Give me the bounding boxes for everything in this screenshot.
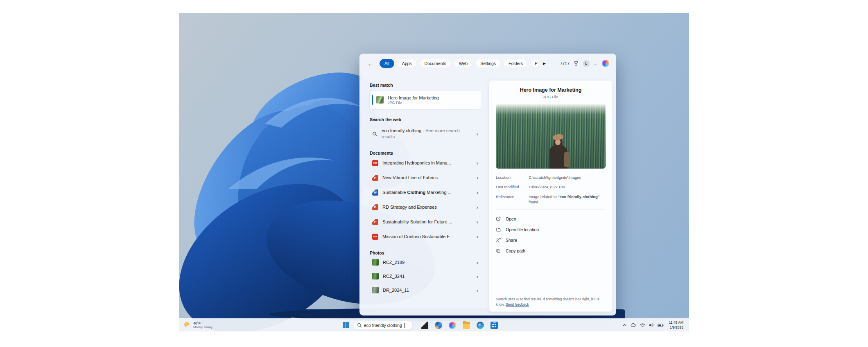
clock[interactable]: 11:49 AM 1/9/2025 <box>669 320 683 329</box>
back-button[interactable]: ← <box>367 61 373 67</box>
tabs-scroll-right-icon[interactable]: ▶ <box>543 61 546 65</box>
pinned-apps <box>421 322 498 329</box>
start-button[interactable] <box>343 322 349 328</box>
action-label: Copy path <box>506 248 525 253</box>
tab-all[interactable]: All <box>380 59 394 68</box>
pdf-file-icon <box>372 234 378 240</box>
powerpoint-file-icon <box>372 219 378 225</box>
chevron-right-icon[interactable]: › <box>477 259 478 266</box>
search-web-heading: Search the web <box>370 117 481 122</box>
photo-result[interactable]: RCZ_3241 › <box>370 269 481 283</box>
wifi-icon[interactable] <box>640 323 645 327</box>
tab-apps[interactable]: Apps <box>397 59 417 68</box>
search-filter-tabbar: ← All Apps Documents Web Settings Folder… <box>360 54 616 73</box>
document-result[interactable]: New Vibrant Line of Fabrics › <box>370 170 481 185</box>
tab-settings[interactable]: Settings <box>475 59 501 68</box>
copilot-icon[interactable] <box>602 60 609 67</box>
clock-time: 11:49 AM <box>669 320 683 325</box>
web-search-result[interactable]: eco friendly clothing - See more search … <box>370 124 481 143</box>
photo-thumbnail <box>372 273 379 279</box>
document-title: Sustainability Solution for Future ... <box>382 219 452 224</box>
preview-image[interactable] <box>496 104 606 169</box>
photo-result[interactable]: RCZ_2189 › <box>370 255 481 269</box>
folder-icon <box>496 227 501 232</box>
best-match-result[interactable]: Hero Image for Marketing JPG File <box>370 91 481 109</box>
desktop-app-icon[interactable] <box>421 322 428 329</box>
tab-folders[interactable]: Folders <box>504 59 528 68</box>
photo-title: RCZ_3241 <box>383 274 405 279</box>
chevron-right-icon[interactable]: › <box>477 175 478 181</box>
copy-path-action[interactable]: Copy path <box>496 246 606 256</box>
document-result[interactable]: RD Strategy and Expenses › <box>370 200 481 214</box>
action-label: Open file location <box>506 227 539 232</box>
chevron-right-icon[interactable]: › <box>477 131 478 137</box>
metadata-label: Location <box>496 175 529 180</box>
microsoft-store-icon[interactable] <box>491 322 498 329</box>
document-result[interactable]: Sustainable Clothing Marketing ... › <box>370 185 481 200</box>
documents-heading: Documents <box>370 151 481 155</box>
taskbar-search-input[interactable]: eco friendly clothing <box>353 321 413 330</box>
document-result[interactable]: Sustainability Solution for Future ... › <box>370 214 481 229</box>
metadata-row: Last modified 10/30/2024, 8:27 PM <box>496 184 606 189</box>
rewards-trophy-icon[interactable] <box>573 61 579 66</box>
open-icon <box>496 216 501 221</box>
partly-sunny-icon <box>184 322 191 329</box>
copilot-icon[interactable] <box>449 322 456 329</box>
screenshot-stage: ← All Apps Documents Web Settings Folder… <box>0 0 868 347</box>
share-action[interactable]: Share <box>496 235 606 246</box>
tab-documents[interactable]: Documents <box>420 59 451 68</box>
open-action[interactable]: Open <box>496 214 606 224</box>
metadata-row: Relevance Image related to "eco friendly… <box>496 194 606 205</box>
powerpoint-file-icon <box>372 175 378 181</box>
tab-photos-partial[interactable]: P <box>531 59 540 68</box>
tray-chevron-up-icon[interactable] <box>622 323 627 327</box>
desktop: ← All Apps Documents Web Settings Folder… <box>179 13 689 331</box>
open-file-location-action[interactable]: Open file location <box>496 224 606 235</box>
photo-title: DR_2024_11 <box>383 288 409 293</box>
more-options-icon[interactable]: … <box>593 61 598 66</box>
edge-browser-icon[interactable] <box>477 322 484 329</box>
dev-home-icon[interactable] <box>435 322 442 329</box>
divider <box>496 210 606 210</box>
search-icon <box>357 323 362 328</box>
metadata-value: 10/30/2024, 8:27 PM <box>529 184 606 189</box>
taskbar: 46°F Mostly sunny eco friendly clothing <box>179 318 689 331</box>
tab-web[interactable]: Web <box>454 59 472 68</box>
chevron-right-icon[interactable]: › <box>477 219 478 225</box>
chevron-right-icon[interactable]: › <box>477 189 478 196</box>
file-explorer-icon[interactable] <box>463 322 470 329</box>
volume-icon[interactable] <box>649 323 654 327</box>
send-feedback-link[interactable]: Send feedback <box>506 302 529 306</box>
powerpoint-file-icon <box>372 204 378 210</box>
metadata-label: Relevance <box>496 194 529 205</box>
photo-title: RCZ_2189 <box>383 260 405 265</box>
preview-panel: Hero Image for Marketing JPG File Locati… <box>489 80 613 312</box>
battery-icon[interactable] <box>658 323 664 327</box>
preview-metadata: Location C:\scratch\Ignite\Ignite\Images… <box>496 175 606 209</box>
chevron-right-icon[interactable]: › <box>477 287 478 293</box>
chevron-right-icon[interactable]: › <box>477 204 478 210</box>
best-match-text: Hero Image for Marketing JPG File <box>388 95 439 105</box>
chevron-right-icon[interactable]: › <box>477 234 478 240</box>
metadata-label: Last modified <box>496 184 529 189</box>
document-result[interactable]: Integrating Hydroponics in Manu... › <box>370 155 481 170</box>
chevron-right-icon[interactable]: › <box>477 160 478 166</box>
best-match-thumbnail <box>376 96 384 104</box>
weather-widget[interactable]: 46°F Mostly sunny <box>184 321 212 329</box>
document-title: New Vibrant Line of Fabrics <box>382 175 438 180</box>
photo-result[interactable]: DR_2024_11 › <box>370 283 481 297</box>
document-result[interactable]: Mission of Contoso Sustainable F... › <box>370 229 481 244</box>
pdf-file-icon <box>372 160 378 166</box>
user-avatar[interactable]: L <box>583 60 590 67</box>
preview-title: Hero Image for Marketing <box>496 87 606 93</box>
document-title: RD Strategy and Expenses <box>382 205 437 210</box>
onedrive-cloud-icon[interactable] <box>631 323 636 327</box>
search-icon <box>372 131 377 137</box>
metadata-value: C:\scratch\Ignite\Ignite\Images <box>529 175 606 180</box>
chevron-right-icon[interactable]: › <box>477 273 478 279</box>
photo-thumbnail <box>372 259 379 266</box>
copy-icon <box>496 248 501 253</box>
photo-thumbnail <box>372 287 379 293</box>
ai-disclaimer: Search uses AI to find results. If somet… <box>496 288 606 307</box>
taskbar-search-value: eco friendly clothing <box>364 323 402 328</box>
